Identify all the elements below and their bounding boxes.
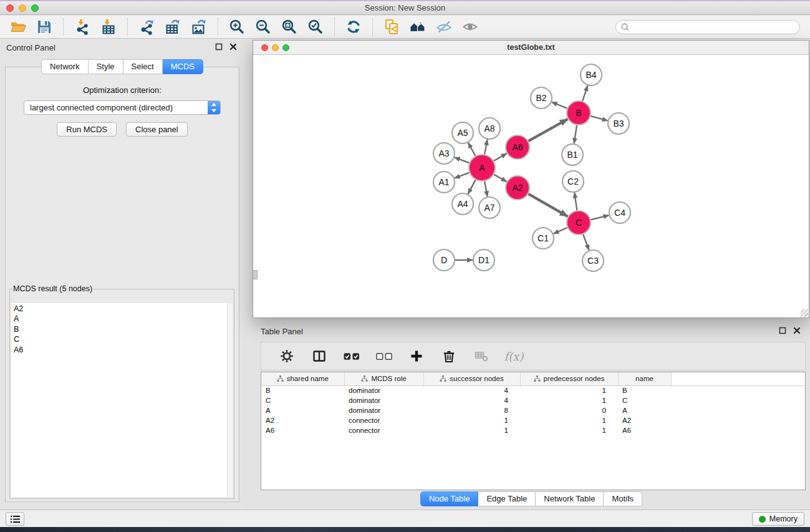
edge-A-A7[interactable] bbox=[485, 181, 488, 197]
split-table-icon[interactable] bbox=[311, 348, 327, 364]
edge-C-C4[interactable] bbox=[591, 215, 609, 220]
run-mcds-button[interactable]: Run MCDS bbox=[57, 122, 117, 137]
table-cell[interactable]: A2 bbox=[618, 415, 671, 425]
table-cell[interactable]: 4 bbox=[423, 385, 520, 395]
table-cell[interactable]: C bbox=[618, 395, 671, 405]
node-C[interactable]: C bbox=[567, 211, 591, 235]
table-cell[interactable]: 1 bbox=[423, 425, 520, 435]
table-cell[interactable]: A6 bbox=[618, 425, 671, 435]
node-A3[interactable]: A3 bbox=[433, 143, 455, 164]
edge-B-B3[interactable] bbox=[591, 116, 607, 120]
edge-B-B4[interactable] bbox=[582, 85, 587, 101]
edge-A-A3[interactable] bbox=[455, 157, 470, 163]
mcds-result-item[interactable]: B bbox=[14, 324, 230, 334]
zoom-out-icon[interactable] bbox=[253, 17, 273, 37]
table-row[interactable]: Bdominator41B bbox=[261, 385, 805, 395]
tab-style[interactable]: Style bbox=[89, 59, 123, 74]
node-A8[interactable]: A8 bbox=[479, 118, 500, 139]
tab-select[interactable]: Select bbox=[123, 59, 163, 74]
mcds-result-item[interactable]: A6 bbox=[14, 345, 230, 355]
table-cell[interactable]: 4 bbox=[423, 395, 520, 405]
zoom-fit-icon[interactable] bbox=[279, 17, 299, 37]
edge-C-C1[interactable] bbox=[554, 228, 567, 234]
houses-icon[interactable] bbox=[408, 17, 428, 37]
edge-A-A5[interactable] bbox=[468, 143, 476, 156]
table-cell[interactable]: A2 bbox=[261, 415, 344, 425]
close-panel-icon[interactable] bbox=[229, 43, 238, 52]
edge-C-C3[interactable] bbox=[583, 235, 589, 251]
edge-A-A4[interactable] bbox=[468, 180, 476, 194]
show-eye-icon[interactable] bbox=[460, 17, 480, 37]
node-A4[interactable]: A4 bbox=[452, 193, 473, 215]
network-graph-canvas[interactable]: B4B2BB3A5A8A6B1A3AC2A1A2A4A7C4CC1C3DD1 bbox=[253, 55, 809, 317]
table-cell[interactable]: dominator bbox=[344, 405, 423, 415]
mcds-result-list[interactable]: A2ABCA6 bbox=[11, 303, 233, 497]
task-history-button[interactable] bbox=[6, 512, 24, 526]
criterion-select[interactable]: largest connected component (directed) bbox=[24, 100, 221, 115]
node-A7[interactable]: A7 bbox=[479, 197, 500, 218]
table-cell[interactable]: dominator bbox=[344, 395, 423, 405]
node-C3[interactable]: C3 bbox=[582, 250, 604, 271]
select-all-icon[interactable] bbox=[344, 348, 360, 364]
table-row[interactable]: Adominator80A bbox=[261, 405, 805, 415]
column-header-successor-nodes[interactable]: successor nodes bbox=[423, 372, 520, 385]
result-scrollbar[interactable] bbox=[227, 303, 233, 497]
memory-button[interactable]: Memory bbox=[752, 512, 804, 526]
resize-grip-icon[interactable] bbox=[801, 309, 808, 317]
table-cell[interactable]: B bbox=[261, 385, 344, 395]
copy-network-icon[interactable] bbox=[382, 17, 402, 37]
close-table-panel-icon[interactable] bbox=[793, 327, 802, 336]
node-C1[interactable]: C1 bbox=[533, 228, 554, 249]
tab-node-table[interactable]: Node Table bbox=[420, 491, 479, 506]
node-B4[interactable]: B4 bbox=[581, 64, 602, 85]
deselect-all-icon[interactable] bbox=[376, 348, 392, 364]
mcds-result-item[interactable]: A bbox=[14, 314, 230, 324]
column-header-predecessor-nodes[interactable]: predecessor nodes bbox=[520, 372, 618, 385]
select-stepper-icon[interactable] bbox=[208, 100, 221, 115]
column-header-name[interactable]: name bbox=[618, 372, 671, 385]
node-C2[interactable]: C2 bbox=[562, 171, 584, 192]
mcds-result-item[interactable]: A2 bbox=[14, 304, 230, 314]
tab-network-table[interactable]: Network Table bbox=[536, 491, 604, 506]
table-cell[interactable]: connector bbox=[344, 425, 423, 435]
table-cell[interactable]: A6 bbox=[261, 425, 344, 435]
add-column-icon[interactable] bbox=[408, 348, 425, 364]
node-B1[interactable]: B1 bbox=[562, 144, 583, 165]
table-cell[interactable]: 1 bbox=[520, 395, 618, 405]
node-A6[interactable]: A6 bbox=[506, 135, 529, 159]
node-C4[interactable]: C4 bbox=[609, 202, 630, 223]
table-cell[interactable]: 1 bbox=[520, 425, 618, 435]
table-cell[interactable]: 1 bbox=[423, 415, 520, 425]
table-row[interactable]: Cdominator41C bbox=[261, 395, 805, 405]
refresh-icon[interactable] bbox=[344, 17, 364, 37]
hide-eye-icon[interactable] bbox=[434, 17, 454, 37]
table-cell[interactable]: connector bbox=[344, 415, 423, 425]
table-cell[interactable]: 1 bbox=[520, 385, 618, 395]
table-row[interactable]: A6connector11A6 bbox=[261, 425, 805, 435]
float-panel-icon[interactable] bbox=[215, 43, 224, 52]
splitter-handle[interactable] bbox=[253, 270, 258, 279]
zoom-in-icon[interactable] bbox=[227, 17, 247, 37]
export-network-icon[interactable] bbox=[137, 17, 157, 37]
node-A2[interactable]: A2 bbox=[506, 176, 529, 200]
save-session-icon[interactable] bbox=[34, 17, 54, 37]
export-image-icon[interactable] bbox=[189, 17, 209, 37]
node-D1[interactable]: D1 bbox=[473, 249, 494, 271]
table-cell[interactable]: dominator bbox=[344, 385, 423, 395]
mcds-result-item[interactable]: C bbox=[14, 334, 230, 344]
tab-mcds[interactable]: MCDS bbox=[163, 59, 203, 74]
tab-motifs[interactable]: Motifs bbox=[604, 491, 642, 506]
edge-A-A6[interactable] bbox=[494, 153, 507, 161]
table-cell[interactable]: A bbox=[261, 405, 344, 415]
table-cell[interactable]: B bbox=[618, 385, 671, 395]
table-cell[interactable]: 0 bbox=[520, 405, 618, 415]
table-cell[interactable]: 8 bbox=[423, 405, 520, 415]
node-A[interactable]: A bbox=[469, 155, 495, 181]
edge-A-A2[interactable] bbox=[494, 175, 506, 181]
close-panel-button[interactable]: Close panel bbox=[126, 122, 188, 137]
node-D[interactable]: D bbox=[433, 249, 455, 271]
node-B[interactable]: B bbox=[567, 101, 591, 125]
zoom-selected-icon[interactable] bbox=[306, 17, 325, 37]
node-B2[interactable]: B2 bbox=[531, 87, 552, 109]
node-B3[interactable]: B3 bbox=[608, 113, 629, 134]
